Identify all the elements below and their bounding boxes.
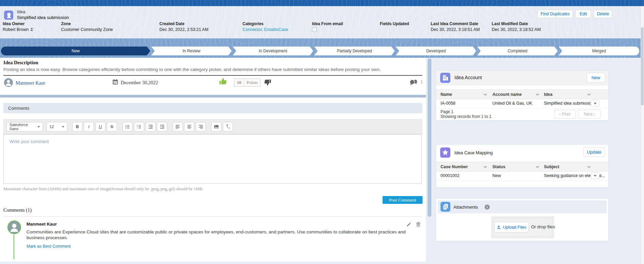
chevron-down-icon — [594, 103, 597, 104]
horizontal-scrollbar[interactable] — [0, 95, 426, 98]
new-idea-account-button[interactable]: New — [587, 73, 605, 83]
outdent-button[interactable] — [145, 122, 156, 131]
calendar-icon — [112, 78, 119, 85]
chevron-down-icon[interactable] — [536, 93, 539, 96]
idea-posted-date: December 30,2022 — [121, 80, 158, 86]
delete-button[interactable]: Delete — [594, 10, 612, 18]
post-comment-button[interactable]: Post Comment — [383, 196, 423, 204]
chevron-down-icon[interactable] — [484, 166, 487, 168]
align-left-button[interactable] — [173, 122, 183, 131]
insert-image-button[interactable] — [211, 122, 221, 131]
divider — [3, 216, 422, 217]
global-nav-strip — [0, 0, 644, 6]
comment-author: Manmeet Kaur — [26, 222, 57, 227]
comment-editor[interactable]: Write your comment — [3, 134, 422, 184]
edit-button[interactable]: Edit — [575, 10, 591, 18]
thumbs-down-icon[interactable] — [263, 78, 272, 87]
column-header-status[interactable]: Status — [492, 164, 505, 169]
bullet-list-button[interactable] — [122, 122, 133, 131]
field-label-last-idea-comment-date: Last Idea Comment Date — [431, 21, 478, 26]
path-stage-in-review[interactable]: In Review — [151, 47, 232, 55]
change-owner-icon[interactable] — [30, 27, 34, 32]
avatar — [4, 78, 13, 87]
field-value-categories-link[interactable]: Connector, EmailtoCase — [242, 27, 288, 32]
font-size-select[interactable]: 12 — [46, 122, 67, 131]
case-mapping-table-row: 00001002 New Seeking guidance on electri… — [436, 171, 608, 181]
chevron-down-icon[interactable] — [536, 166, 539, 168]
font-family-select[interactable]: Salesforce Sans — [6, 122, 43, 131]
chevron-down-icon[interactable] — [484, 93, 487, 96]
column-header-subject[interactable]: Subject — [544, 164, 559, 169]
idea-case-mapping-title: Idea Case Mapping — [454, 150, 493, 155]
field-value-idea-from-email — [312, 27, 317, 33]
path-stage-new[interactable]: New — [1, 47, 150, 55]
record-path: New In Review In Development Partially D… — [1, 47, 639, 55]
info-icon[interactable]: i — [485, 205, 490, 210]
field-value-idea-owner: Robert Brown — [3, 27, 34, 32]
idea-case-mapping-card: Idea Case Mapping Update Case Number Sta… — [436, 144, 609, 188]
mark-as-best-comment-link[interactable]: Mark as Best Comment — [26, 244, 71, 249]
idea-case-mapping-icon — [440, 147, 450, 158]
remove-format-button[interactable]: Tx — [223, 122, 233, 131]
points-value: 10 — [234, 79, 244, 86]
path-stage-completed[interactable]: Completed — [477, 47, 558, 55]
idea-account-table-header: Name Account name Idea — [436, 89, 608, 99]
idea-record-page: Idea Simplified idea submission Find Dup… — [0, 0, 644, 264]
field-label-fields-updated: Fields Updated — [380, 21, 409, 26]
chevron-down-icon[interactable] — [587, 166, 591, 168]
align-right-button[interactable] — [196, 122, 206, 131]
cell-account-name: United Oil & Gas, UK — [492, 101, 532, 106]
idea-description-text: Posting an idea is now easy. Browse cate… — [3, 67, 422, 72]
bold-button[interactable]: B — [72, 122, 82, 131]
path-stage-partially-developed[interactable]: Partially Developed — [314, 47, 395, 55]
column-header-account-name[interactable]: Account name — [492, 92, 522, 97]
field-value-last-modified-date: Dec 30, 2022, 3:18:52 AM — [492, 27, 541, 32]
chevron-down-icon[interactable] — [587, 93, 591, 96]
strikethrough-button[interactable]: S — [107, 122, 117, 131]
idea-description-panel: Idea Description Posting an idea is now … — [0, 58, 426, 95]
comments-panel: Comments Salesforce Sans 12 B I U S Tx W… — [0, 98, 426, 262]
idea-account-title: Idea Account — [454, 75, 482, 80]
idea-account-card-header: Idea Account New — [436, 71, 608, 85]
thumbs-up-icon[interactable] — [219, 77, 228, 86]
idea-record-icon — [4, 11, 13, 20]
upload-icon — [496, 225, 501, 230]
prev-page-button[interactable]: ‹ Prev — [554, 110, 576, 119]
path-band: New In Review In Development Partially D… — [0, 38, 644, 58]
path-stage-merged[interactable]: Merged — [559, 47, 639, 55]
update-button[interactable]: Update — [583, 147, 605, 157]
chevron-down-icon — [594, 175, 597, 177]
column-header-name[interactable]: Name — [441, 92, 452, 97]
entity-label: Idea — [17, 10, 25, 14]
field-label-idea-owner: Idea Owner — [3, 21, 25, 26]
divider — [3, 75, 422, 76]
find-duplicates-button[interactable]: Find Duplicates — [538, 10, 573, 18]
file-dropzone[interactable]: Upload Files Or drop files — [491, 216, 554, 239]
row-actions-button[interactable] — [591, 172, 600, 179]
italic-button[interactable]: I — [84, 122, 94, 131]
idea-from-email-checkbox[interactable] — [312, 27, 317, 32]
numbered-list-button[interactable] — [134, 122, 144, 131]
points-label: Points — [244, 79, 260, 86]
vertical-scrollbar[interactable] — [428, 58, 431, 217]
idea-description-heading: Idea Description — [3, 60, 38, 66]
align-center-button[interactable] — [184, 122, 194, 131]
edit-comment-icon[interactable] — [406, 222, 412, 227]
underline-button[interactable]: U — [95, 122, 105, 131]
indent-button[interactable] — [157, 122, 167, 131]
cell-case-number: 00001002 — [441, 173, 460, 178]
next-page-button[interactable]: Next › — [578, 110, 601, 119]
field-label-categories: Categories — [242, 21, 264, 26]
upload-files-button[interactable]: Upload Files — [494, 222, 528, 232]
row-actions-button[interactable] — [591, 100, 600, 107]
path-stage-in-development[interactable]: In Development — [233, 47, 313, 55]
idea-author-link[interactable]: Manmeet Kaur — [16, 80, 45, 86]
column-header-idea[interactable]: Idea — [544, 92, 552, 97]
comments-section-header: Comments — [3, 103, 422, 113]
column-header-case-number[interactable]: Case Number — [441, 164, 468, 169]
field-value-last-idea-comment-date: Dec 30, 2022, 3:18:51 AM — [431, 27, 480, 32]
path-stage-developed[interactable]: Developed — [396, 47, 476, 55]
window-scrollbar-thumb[interactable] — [641, 27, 644, 105]
delete-comment-icon[interactable] — [415, 221, 421, 227]
cell-name: IA-0058 — [441, 101, 455, 106]
